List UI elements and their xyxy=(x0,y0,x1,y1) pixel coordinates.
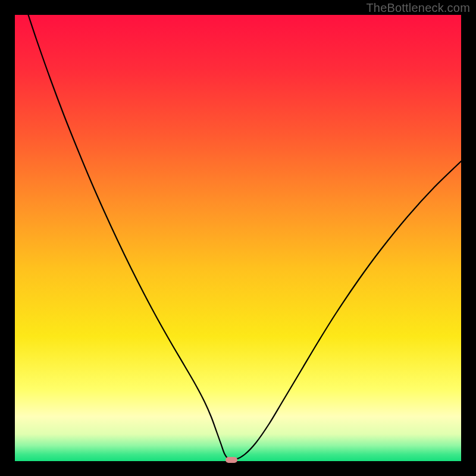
plot-area xyxy=(15,15,461,461)
watermark: TheBottleneck.com xyxy=(366,1,470,15)
svg-rect-0 xyxy=(15,15,461,461)
optimal-point-marker xyxy=(226,457,237,463)
gradient-background xyxy=(15,15,461,461)
chart-frame: TheBottleneck.com xyxy=(0,0,476,476)
